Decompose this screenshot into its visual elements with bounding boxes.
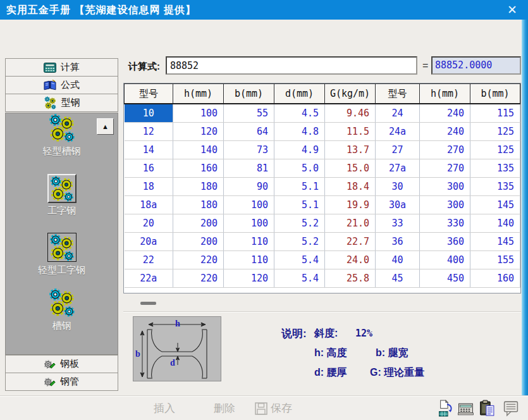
delete-button[interactable]: 删除 [214, 401, 235, 416]
table-cell[interactable]: 240 [420, 104, 470, 123]
table-cell[interactable]: 5.1 [274, 178, 325, 196]
column-header[interactable]: 型号 [125, 84, 173, 104]
sidebar-item-工字钢[interactable]: 工字钢 [6, 174, 118, 217]
save-button[interactable]: 保存 [255, 401, 292, 416]
table-cell[interactable]: 220 [173, 269, 224, 288]
table-cell[interactable]: 90 [224, 178, 274, 196]
sidebar-item-formula[interactable]: 公式 [5, 76, 118, 94]
table-cell[interactable]: 155 [470, 251, 520, 269]
column-header[interactable]: G(kg/m) [325, 84, 376, 104]
table-cell[interactable]: 81 [224, 159, 274, 178]
column-header[interactable]: h(mm) [420, 84, 470, 104]
sidebar-item-槽钢[interactable]: 槽钢 [6, 288, 118, 332]
table-cell[interactable]: 160 [173, 159, 224, 178]
table-cell[interactable]: 22a [125, 269, 173, 288]
table-cell[interactable]: 100 [173, 104, 224, 123]
table-cell[interactable]: 24 [376, 104, 420, 123]
table-cell[interactable]: 21.0 [325, 214, 376, 233]
table-cell[interactable]: 30a [376, 196, 420, 214]
table-cell[interactable]: 73 [224, 141, 274, 159]
table-cell[interactable]: 4.5 [274, 104, 325, 123]
table-cell[interactable]: 11.5 [325, 123, 376, 141]
table-cell[interactable]: 55 [224, 104, 274, 123]
table-cell[interactable]: 180 [173, 178, 224, 196]
table-cell[interactable]: 135 [470, 178, 520, 196]
table-cell[interactable]: 5.2 [274, 233, 325, 251]
sidebar-item-轻型工字钢[interactable]: 轻型工字钢 [6, 233, 118, 276]
table-cell[interactable]: 20 [125, 214, 173, 233]
table-cell[interactable]: 140 [470, 214, 520, 233]
table-cell[interactable]: 360 [420, 233, 470, 251]
column-header[interactable]: d(mm) [274, 84, 325, 104]
column-header[interactable]: b(mm) [470, 84, 520, 104]
table-cell[interactable]: 450 [420, 269, 470, 288]
table-cell[interactable]: 5.1 [274, 196, 325, 214]
calc-expression-input[interactable] [166, 56, 417, 75]
sidebar-item-steel-plate[interactable]: 钢板 [5, 355, 118, 373]
sidebar-item-calculate[interactable]: 计算 [5, 58, 118, 77]
table-cell[interactable]: 125 [470, 141, 520, 159]
table-cell[interactable]: 15.0 [325, 159, 376, 178]
table-cell[interactable]: 100 [224, 214, 274, 233]
insert-button[interactable]: 插入 [154, 401, 175, 416]
table-cell[interactable]: 10 [125, 104, 173, 123]
table-cell[interactable]: 19.9 [325, 196, 376, 214]
table-cell[interactable]: 300 [420, 178, 470, 196]
table-cell[interactable]: 5.0 [274, 159, 325, 178]
table-cell[interactable]: 270 [420, 141, 470, 159]
table-cell[interactable]: 18a [125, 196, 173, 214]
sidebar-item-轻型槽钢[interactable]: 轻型槽钢 [6, 113, 118, 158]
table-cell[interactable]: 20a [125, 233, 173, 251]
table-cell[interactable]: 12 [125, 123, 173, 141]
table-cell[interactable]: 27a [376, 159, 420, 178]
table-cell[interactable]: 110 [224, 251, 274, 269]
table-cell[interactable]: 135 [470, 159, 520, 178]
table-cell[interactable]: 22 [125, 251, 173, 269]
calc-result-field[interactable]: 88852.0000 [431, 56, 521, 75]
table-cell[interactable]: 5.2 [274, 214, 325, 233]
table-cell[interactable]: 180 [173, 196, 224, 214]
table-cell[interactable]: 200 [173, 214, 224, 233]
sidebar-item-section-steel[interactable]: 型钢 [5, 94, 118, 112]
column-header[interactable]: 型号 [376, 84, 420, 104]
table-cell[interactable]: 40 [376, 251, 420, 269]
table-cell[interactable]: 115 [470, 104, 520, 123]
table-cell[interactable]: 240 [420, 123, 470, 141]
table-cell[interactable]: 220 [173, 251, 224, 269]
table-cell[interactable]: 140 [173, 141, 224, 159]
table-cell[interactable]: 4.8 [274, 123, 325, 141]
table-cell[interactable]: 64 [224, 123, 274, 141]
table-cell[interactable]: 125 [470, 123, 520, 141]
table-cell[interactable]: 33 [376, 214, 420, 233]
table-cell[interactable]: 30 [376, 178, 420, 196]
table-cell[interactable]: 300 [420, 196, 470, 214]
table-cell[interactable]: 25.8 [325, 269, 376, 288]
table-cell[interactable]: 330 [420, 214, 470, 233]
table-cell[interactable]: 14 [125, 141, 173, 159]
table-cell[interactable]: 160 [470, 269, 520, 288]
table-cell[interactable]: 16 [125, 159, 173, 178]
table-cell[interactable]: 45 [376, 269, 420, 288]
notes-icon[interactable] [502, 400, 520, 417]
calculator-icon[interactable] [457, 400, 475, 417]
table-cell[interactable]: 100 [224, 196, 274, 214]
export-to-calculator-icon[interactable] [438, 400, 456, 417]
table-cell[interactable]: 5.4 [274, 251, 325, 269]
column-header[interactable]: h(mm) [173, 84, 224, 104]
table-cell[interactable]: 9.46 [325, 104, 376, 123]
table-cell[interactable]: 36 [376, 233, 420, 251]
table-cell[interactable]: 110 [224, 233, 274, 251]
paste-icon[interactable] [479, 400, 496, 417]
horizontal-scrollbar-thumb[interactable] [140, 302, 156, 305]
table-cell[interactable]: 5.4 [274, 269, 325, 288]
table-cell[interactable]: 22.7 [325, 233, 376, 251]
close-icon[interactable]: ✕ [500, 0, 524, 20]
table-cell[interactable]: 18 [125, 178, 173, 196]
table-cell[interactable]: 27 [376, 141, 420, 159]
table-cell[interactable]: 145 [470, 233, 520, 251]
table-cell[interactable]: 24.0 [325, 251, 376, 269]
table-cell[interactable]: 13.7 [325, 141, 376, 159]
table-cell[interactable]: 120 [224, 269, 274, 288]
table-cell[interactable]: 400 [420, 251, 470, 269]
column-header[interactable]: b(mm) [224, 84, 274, 104]
